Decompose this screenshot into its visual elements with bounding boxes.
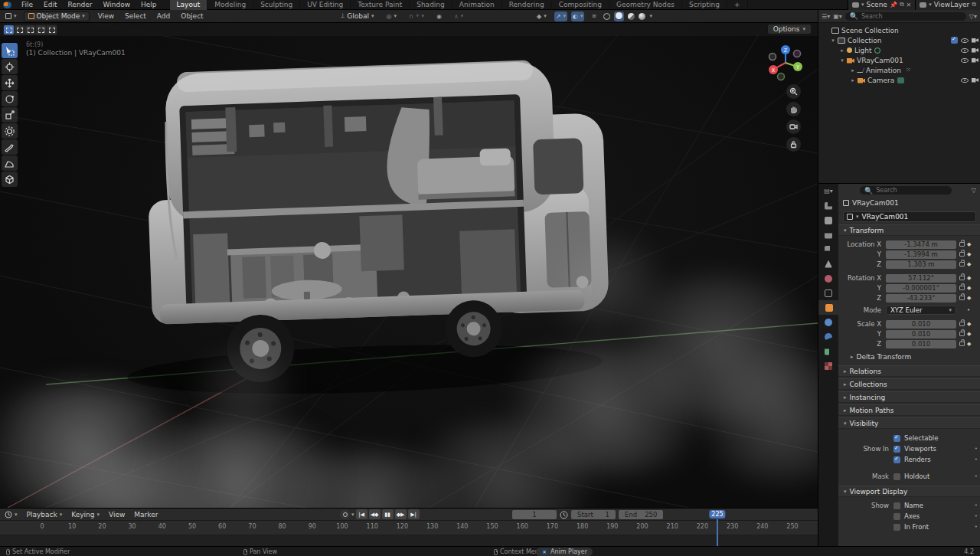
- viewport-menu-item[interactable]: Object: [175, 11, 208, 21]
- lock-icon[interactable]: [959, 252, 965, 257]
- workspace-tab[interactable]: Layout: [170, 0, 208, 10]
- renders-checkbox[interactable]: [893, 456, 900, 463]
- animate-dot-icon[interactable]: •: [975, 446, 978, 452]
- blender-logo-icon[interactable]: [3, 2, 11, 8]
- expand-icon[interactable]: ▸: [838, 47, 846, 54]
- workspace-tab[interactable]: Scripting: [682, 0, 727, 10]
- animate-dot-icon[interactable]: •: [967, 307, 970, 313]
- lock-icon[interactable]: [959, 296, 965, 300]
- keyframe-diamond-icon[interactable]: ◆: [967, 285, 971, 291]
- expand-icon[interactable]: ▾: [838, 57, 846, 64]
- tab-scene[interactable]: [818, 257, 838, 271]
- close-icon[interactable]: ✕: [541, 549, 547, 555]
- keyframe-diamond-icon[interactable]: ◆: [967, 331, 971, 337]
- rotate-tool[interactable]: [2, 91, 18, 106]
- outliner-display-mode-button[interactable]: ☰▾: [822, 13, 830, 20]
- properties-search[interactable]: 🔍: [860, 186, 952, 195]
- keyframe-diamond-icon[interactable]: ◆: [967, 295, 971, 301]
- playback-menu[interactable]: Playback▾: [22, 511, 67, 518]
- delta-transform-subpanel[interactable]: ▸ Delta Transform: [838, 350, 980, 364]
- outliner-row-scene-collection[interactable]: Scene Collection: [818, 25, 980, 35]
- filter-icon[interactable]: ▽▾: [969, 13, 977, 20]
- workspace-tab[interactable]: Rendering: [502, 0, 552, 10]
- tab-render[interactable]: [818, 213, 838, 227]
- current-frame-field[interactable]: 1: [512, 510, 557, 519]
- keyframe-diamond-icon[interactable]: ◆: [967, 241, 971, 247]
- pivot-point-button[interactable]: ◎▾: [383, 11, 401, 21]
- anim-player-indicator[interactable]: ✕ Anim Player: [536, 548, 593, 556]
- view-menu[interactable]: View: [104, 511, 129, 518]
- viewport-menu-item[interactable]: View: [93, 11, 119, 21]
- tab-output[interactable]: [818, 227, 838, 242]
- visibility-panel-header[interactable]: ▾ Visibility: [838, 417, 980, 429]
- disable-render-icon[interactable]: [972, 48, 978, 53]
- select-box-tool[interactable]: [2, 43, 18, 58]
- disable-render-icon[interactable]: [972, 58, 978, 63]
- new-viewlayer-icon[interactable]: ⧉: [972, 1, 976, 8]
- workspace-tab[interactable]: Modeling: [207, 0, 253, 10]
- shading-dropdown-icon[interactable]: ▾: [649, 13, 652, 19]
- value-field[interactable]: -0.000001°: [886, 284, 956, 293]
- navigation-gizmo[interactable]: Z X Y: [766, 43, 805, 83]
- keyframe-diamond-icon[interactable]: ◆: [967, 251, 971, 257]
- orientation-selector[interactable]: ⟂ Global ▾: [337, 11, 378, 21]
- pause-button[interactable]: ▮▮: [382, 509, 394, 519]
- menu-item[interactable]: Render: [63, 0, 98, 10]
- tab-world[interactable]: [818, 271, 838, 286]
- shading-material-button[interactable]: [628, 13, 635, 20]
- lock-icon[interactable]: [959, 276, 965, 280]
- timeline-track-area[interactable]: [0, 535, 818, 547]
- viewports-checkbox[interactable]: [893, 446, 900, 453]
- transform-panel-header[interactable]: ▾ Transform: [838, 224, 980, 236]
- viewlayer-selector[interactable]: ▾ ViewLayer ⧉: [915, 0, 980, 10]
- new-scene-icon[interactable]: ⧉: [900, 1, 904, 8]
- viewport-menu-item[interactable]: Add: [152, 11, 175, 21]
- prev-keyframe-button[interactable]: ◀◆: [369, 509, 381, 519]
- tab-view-layer[interactable]: [818, 242, 838, 257]
- outliner-row-camera-data[interactable]: ▸ Camera: [818, 75, 980, 85]
- hide-viewport-icon[interactable]: [961, 58, 969, 63]
- playhead-frame-badge[interactable]: 225: [709, 510, 725, 518]
- end-frame-field[interactable]: End 250: [619, 510, 663, 519]
- animate-dot-icon[interactable]: •: [975, 456, 978, 463]
- animate-dot-icon[interactable]: •: [975, 473, 978, 479]
- start-frame-field[interactable]: Start 1: [571, 510, 616, 519]
- expand-icon[interactable]: ▸: [849, 77, 857, 83]
- value-field[interactable]: -1.3994 m: [886, 250, 956, 259]
- value-field[interactable]: 0.010: [886, 340, 956, 348]
- menu-item[interactable]: Edit: [38, 0, 62, 10]
- value-field[interactable]: -43.233°: [886, 294, 956, 303]
- viewport-menu-item[interactable]: Select: [119, 11, 152, 21]
- rotation-mode-dropdown[interactable]: XYZ Euler ▾: [886, 306, 956, 315]
- keyframe-diamond-icon[interactable]: ◆: [967, 341, 971, 347]
- properties-editor-type-button[interactable]: ▤▾: [818, 184, 838, 198]
- measure-tool[interactable]: [2, 155, 18, 171]
- tab-texture[interactable]: [818, 358, 838, 373]
- select-mode-extend-button[interactable]: [15, 25, 24, 34]
- select-mode-new-button[interactable]: [4, 25, 14, 34]
- annotate-tool[interactable]: [2, 139, 18, 155]
- workspace-tab[interactable]: Shading: [410, 0, 452, 10]
- collapsed-panel-header[interactable]: ▸ Instancing: [838, 391, 980, 403]
- selectable-checkbox[interactable]: [893, 435, 900, 442]
- tab-object[interactable]: [818, 300, 838, 315]
- falloff-curve-button[interactable]: ∧▾: [450, 11, 467, 21]
- scene-selector[interactable]: ▾ Scene 📌 ⧉ ✕: [848, 0, 915, 10]
- preview-range-clock-icon[interactable]: [560, 511, 568, 519]
- tab-collection[interactable]: [818, 286, 838, 300]
- collection-checkbox[interactable]: [951, 37, 958, 44]
- lock-icon[interactable]: [959, 242, 965, 247]
- move-tool[interactable]: [2, 75, 18, 90]
- lock-icon[interactable]: [959, 332, 965, 336]
- shading-solid-button[interactable]: [614, 11, 624, 21]
- collapsed-panel-header[interactable]: ▸ Collections: [838, 378, 980, 390]
- shading-wireframe-button[interactable]: [603, 13, 610, 20]
- keying-menu[interactable]: Keying▾: [67, 511, 104, 518]
- holdout-checkbox[interactable]: [893, 473, 900, 480]
- outliner-row-light[interactable]: ▸ Light: [818, 45, 980, 55]
- scale-tool[interactable]: [2, 107, 18, 123]
- outliner-row-vraycam[interactable]: ▾ VRayCam001: [818, 55, 980, 65]
- collapsed-panel-header[interactable]: ▸ Motion Paths: [838, 404, 980, 416]
- lock-icon[interactable]: [959, 342, 965, 346]
- tab-object-data[interactable]: [818, 344, 838, 358]
